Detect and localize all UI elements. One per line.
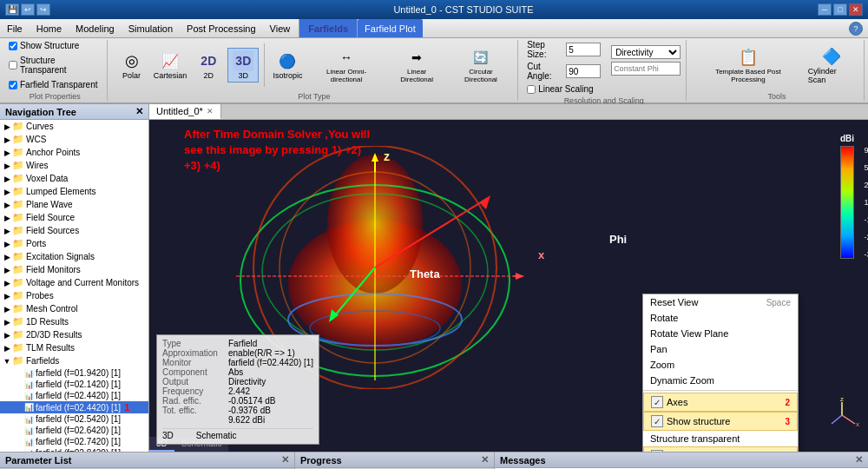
nav-tree-content[interactable]: ▶📁Curves▶📁WCS▶📁Anchor Points▶📁Wires▶📁Vox… xyxy=(0,120,148,452)
ctx-rotate-vp-label: Rotate View Plane xyxy=(650,328,728,339)
show-structure-checkbox[interactable] xyxy=(9,42,17,50)
show-structure-check[interactable]: Show Structure xyxy=(9,40,79,51)
ctx-show-structure[interactable]: ✓ Show structure 3 xyxy=(643,412,798,431)
tree-item[interactable]: ▶📁Wires xyxy=(0,159,148,172)
farfield-transparent-check[interactable]: Farfield Transparent xyxy=(9,79,98,90)
close-btn[interactable]: ✕ xyxy=(849,3,863,16)
3d-viewport[interactable]: z x Theta Phi dBi 9.62 5.41 2.41 1.9 -11… xyxy=(149,120,868,452)
ctx-pan[interactable]: Pan xyxy=(643,341,798,357)
circular-dir-icon: 🔄 xyxy=(470,47,491,68)
polar-label: Polar xyxy=(122,71,141,80)
tree-item[interactable]: 📊farfield (f=02.7420) [1] xyxy=(0,436,148,447)
content-tab-untitled[interactable]: Untitled_0* ✕ xyxy=(149,104,221,119)
tab-close-btn[interactable]: ✕ xyxy=(207,107,214,116)
ctx-axes[interactable]: ✓ Axes 2 xyxy=(643,393,798,412)
tree-item[interactable]: ▶📁Mesh Control xyxy=(0,302,148,315)
ctx-farfield-transparent[interactable]: ✓ Farfield transparent 4 xyxy=(643,446,798,452)
isotropic-btn[interactable]: 🔵 Isotropic xyxy=(270,49,305,82)
template-post-btn[interactable]: 📋 Template Based Post Processing xyxy=(695,45,801,85)
farfield-transparent-checkbox[interactable] xyxy=(9,81,17,89)
linear-directional-btn[interactable]: ➡ Linear Directional xyxy=(387,45,445,85)
menu-home[interactable]: Home xyxy=(30,19,69,37)
ctx-rotate-view-plane[interactable]: Rotate View Plane xyxy=(643,326,798,341)
messages-header: Messages ✕ xyxy=(495,452,868,468)
scale-val-2: 5.41 xyxy=(864,163,868,172)
ctx-struct-trans-label: Structure transparent xyxy=(650,433,740,444)
tree-item[interactable]: ▼📁Farfields xyxy=(0,354,148,367)
quick-access-btn[interactable]: 💾 xyxy=(5,3,19,16)
tree-item[interactable]: 📊farfield (f=02.4420) [1] xyxy=(0,390,148,401)
template-label: Template Based Post Processing xyxy=(699,68,798,83)
ctx-reset-view[interactable]: Reset View Space xyxy=(643,294,798,310)
messages-close[interactable]: ✕ xyxy=(855,454,863,466)
cylinder-scan-btn[interactable]: 🔷 Cylinder Scan xyxy=(805,44,858,86)
structure-transparent-check[interactable]: Structure Transparent xyxy=(9,55,102,76)
tree-item[interactable]: 📊farfield (f=02.5420) [1] xyxy=(0,413,148,425)
maximize-btn[interactable]: □ xyxy=(833,3,847,16)
menu-simulation[interactable]: Simulation xyxy=(122,19,180,37)
plot-type-title: Plot Type xyxy=(116,90,513,101)
tree-item[interactable]: ▶📁Excitation Signals xyxy=(0,250,148,263)
tree-item[interactable]: 📊farfield (f=02.8420) [1] xyxy=(0,447,148,452)
tree-item[interactable]: 📊farfield (f=02.6420) [1] xyxy=(0,425,148,436)
window-title: Untitled_0 - CST STUDIO SUITE xyxy=(109,4,818,15)
z-axis-label: z xyxy=(384,149,390,163)
tree-item[interactable]: ▶📁Field Monitors xyxy=(0,263,148,276)
cylinder-label: Cylinder Scan xyxy=(808,67,855,84)
menu-view[interactable]: View xyxy=(263,19,298,37)
3d-label: 3D xyxy=(239,71,249,80)
structure-transparent-checkbox[interactable] xyxy=(9,61,17,69)
redo-btn[interactable]: ↪ xyxy=(36,3,50,16)
minimize-btn[interactable]: ─ xyxy=(818,3,832,16)
menu-postprocessing[interactable]: Post Processing xyxy=(180,19,262,37)
menu-modeling[interactable]: Modeling xyxy=(69,19,122,37)
tree-item[interactable]: ▶📁Voxel Data xyxy=(0,172,148,185)
tree-item[interactable]: ▶📁Field Source xyxy=(0,211,148,224)
tree-item[interactable]: 📊farfield (f=02.4420) [1]1 xyxy=(0,401,148,413)
circular-dir-btn[interactable]: 🔄 Circular Directional xyxy=(450,45,512,85)
ctx-dynamic-zoom[interactable]: Dynamic Zoom xyxy=(643,373,798,388)
nav-tree-close[interactable]: ✕ xyxy=(135,106,143,117)
3d-btn[interactable]: 3D 3D xyxy=(227,48,259,83)
2d-icon: 2D xyxy=(198,50,219,71)
linear-omni-btn[interactable]: ↔ Linear Omni-directional xyxy=(309,45,385,85)
svg-text:x: x xyxy=(856,420,859,428)
progress-close[interactable]: ✕ xyxy=(481,454,489,466)
tree-item[interactable]: ▶📁2D/3D Results xyxy=(0,328,148,341)
tree-item[interactable]: ▶📁Probes xyxy=(0,289,148,302)
tree-item[interactable]: ▶📁1D Results xyxy=(0,315,148,328)
tree-item[interactable]: ▶📁Ports xyxy=(0,237,148,250)
tree-item[interactable]: ▶📁Plane Wave xyxy=(0,198,148,211)
tree-item[interactable]: 📊farfield (f=02.1420) [1] xyxy=(0,379,148,390)
ctx-zoom[interactable]: Zoom xyxy=(643,357,798,373)
ctx-axes-check: ✓ xyxy=(651,396,663,408)
tree-item[interactable]: ▶📁Field Sources xyxy=(0,224,148,237)
tree-item[interactable]: ▶📁Lumped Elements xyxy=(0,185,148,198)
menu-file[interactable]: File xyxy=(0,19,30,37)
undo-btn[interactable]: ↩ xyxy=(21,3,35,16)
2d-btn[interactable]: 2D 2D xyxy=(193,49,224,82)
ctx-structure-transparent[interactable]: Structure transparent xyxy=(643,431,798,446)
cartesian-btn[interactable]: 📈 Cartesian xyxy=(151,49,190,82)
ctx-dyn-zoom-label: Dynamic Zoom xyxy=(650,375,714,386)
directivity-select[interactable]: Directivity xyxy=(611,45,681,59)
param-list-panel: Parameter List ✕ Name / Value Descriptio… xyxy=(0,452,295,469)
tree-item[interactable]: ▶📁Curves xyxy=(0,120,148,133)
help-btn[interactable]: ? xyxy=(849,22,863,36)
param-list-close[interactable]: ✕ xyxy=(281,454,289,466)
step-size-input[interactable] xyxy=(566,43,601,56)
tree-item[interactable]: ▶📁Voltage and Current Monitors xyxy=(0,276,148,289)
tree-item[interactable]: 📊farfield (f=01.9420) [1] xyxy=(0,367,148,379)
menu-farfield-plot[interactable]: Farfield Plot xyxy=(358,19,423,37)
tree-item[interactable]: ▶📁TLM Results xyxy=(0,341,148,354)
constant-phi-input[interactable] xyxy=(611,62,681,76)
menu-farfield[interactable]: Farfields xyxy=(299,19,358,37)
tree-item[interactable]: ▶📁Anchor Points xyxy=(0,146,148,159)
polar-btn[interactable]: ◎ Polar xyxy=(116,49,148,82)
tree-item[interactable]: ▶📁WCS xyxy=(0,133,148,146)
linear-scaling-check[interactable]: Linear Scaling xyxy=(527,83,593,95)
ctx-rotate[interactable]: Rotate xyxy=(643,310,798,326)
linear-scaling-checkbox[interactable] xyxy=(527,85,536,94)
cut-angle-input[interactable] xyxy=(566,64,601,78)
ctx-reset-shortcut: Space xyxy=(766,298,791,307)
